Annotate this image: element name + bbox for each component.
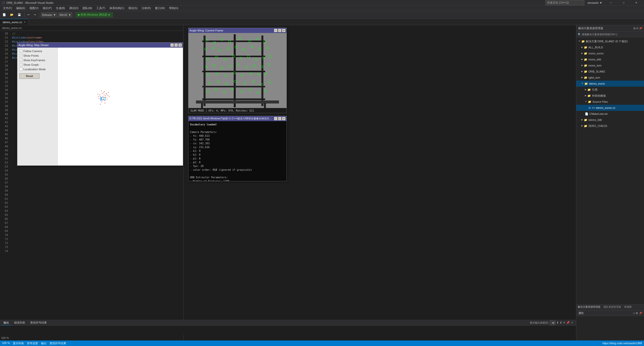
- toolbar: 📄 📂 💾 ↩ ↪ Release ▼ Win32 ▼ ▶ 本地 Windows…: [0, 11, 644, 19]
- output-source-select[interactable]: [550, 321, 555, 325]
- collapse-icon[interactable]: ⊟: [633, 27, 635, 30]
- localization-mode-row[interactable]: Localization Mode: [19, 68, 55, 71]
- menu-build[interactable]: 生成(B): [54, 6, 67, 11]
- output-btn-1[interactable]: ⬆: [556, 321, 559, 324]
- tree-item-mono-euroc[interactable]: ▶ 📁 mono_euroc: [576, 50, 644, 56]
- tree-item-stereo-euroc-cc[interactable]: ⊞ ++ stereo_euroc.cc: [576, 105, 644, 111]
- svg-rect-43: [264, 103, 266, 108]
- tree-item-references[interactable]: ▶ 📁 引用: [576, 87, 644, 93]
- svg-rect-37: [202, 56, 265, 57]
- platform-dropdown[interactable]: Win32 ▼: [58, 12, 72, 17]
- menu-team[interactable]: 团队(M): [80, 6, 94, 11]
- show-graph-row[interactable]: ✓ Show Graph: [19, 63, 55, 66]
- follow-camera-checkbox[interactable]: ✓: [19, 50, 22, 53]
- refresh-icon[interactable]: ↺: [636, 27, 638, 30]
- open-button[interactable]: 📂: [9, 12, 15, 18]
- tree-label: 外部依赖项: [592, 93, 606, 98]
- show-points-row[interactable]: ✓ Show Points: [19, 54, 55, 57]
- tree-item-rgbd-tum[interactable]: ▶ 📁 rgbd_tum: [576, 75, 644, 81]
- output-btn-3[interactable]: ✕: [563, 321, 565, 324]
- tree-item-stereo-euroc[interactable]: ▼ 📁 stereo_euroc: [576, 81, 644, 87]
- map-canvas[interactable]: [58, 48, 183, 165]
- tree-item-source-files[interactable]: ▼ 📁 Source Files: [576, 99, 644, 105]
- term-minimize-icon[interactable]: ─: [274, 117, 277, 120]
- localization-mode-checkbox[interactable]: [19, 68, 22, 71]
- show-graph-checkbox[interactable]: ✓: [19, 63, 22, 66]
- menu-view[interactable]: 视图(V): [27, 6, 41, 11]
- tree-item-solution[interactable]: ▼ 📁 解决方案'ORB_SLAM2' (9 个项目): [576, 38, 644, 44]
- save-button[interactable]: 💾: [16, 12, 23, 18]
- folder-icon: 📁: [584, 75, 587, 80]
- tab-stereo-euroc[interactable]: stereo_euroc.cc ✕: [0, 19, 28, 25]
- maximize-button[interactable]: □: [618, 0, 629, 6]
- build-config-dropdown[interactable]: Release ▼: [41, 12, 57, 17]
- props-btn-2[interactable]: ⚙: [636, 312, 638, 315]
- tree-item-zero-check[interactable]: ▶ 📁 ZERO_CHECK: [576, 123, 644, 129]
- solution-search-bar[interactable]: 🔍 搜索解决方案资源管理器(Ctrl+;): [576, 32, 644, 37]
- output-btn-4[interactable]: 📌: [566, 321, 570, 324]
- tree-item-mono-tum[interactable]: ▶ 📁 mono_tum: [576, 62, 644, 68]
- props-btn-3[interactable]: 📌: [639, 312, 642, 315]
- menu-test[interactable]: 测试(S): [126, 6, 140, 11]
- search-icon: 🔍: [578, 33, 581, 36]
- tab-class-view[interactable]: 类视图: [623, 305, 633, 310]
- expand-icon: ▶: [581, 69, 583, 74]
- close-button[interactable]: ✕: [630, 0, 642, 6]
- output-btn-2[interactable]: ⬇: [560, 321, 562, 324]
- cf-minimize-icon[interactable]: ─: [274, 29, 277, 32]
- props-btn-1[interactable]: □: [633, 312, 635, 315]
- tab-close-icon[interactable]: ✕: [24, 21, 26, 23]
- tree-label: 引用: [592, 87, 597, 92]
- current-frame-window[interactable]: Angle-Wing: Current Frame ─ □ ✕: [188, 28, 287, 113]
- show-points-checkbox[interactable]: ✓: [19, 54, 22, 57]
- undo-button[interactable]: ↩: [26, 12, 31, 18]
- minimize-button[interactable]: ─: [605, 0, 617, 6]
- terminal-window[interactable]: E:\TB-2021-Send\-Windows7\桌面\-C-C++\版试-U…: [188, 116, 287, 181]
- reset-button[interactable]: Reset: [19, 73, 39, 79]
- tree-item-allbuild[interactable]: ▶ 📁 ALL_BUILD: [576, 44, 644, 50]
- folder-icon: 📁: [584, 51, 587, 56]
- slam-visualization: [58, 48, 183, 165]
- status-bar: 100 % 显示列表 异常设置 输出 查找符号结果 https://blog.c…: [0, 340, 644, 346]
- show-points-label: Show Points: [23, 54, 39, 57]
- tab-solution-explorer[interactable]: 解决方案资源管理器: [576, 305, 602, 310]
- menu-file[interactable]: 文件(F): [1, 6, 14, 11]
- output-tab[interactable]: 输出: [1, 320, 12, 325]
- menu-edit[interactable]: 编辑(E): [14, 6, 27, 11]
- run-button[interactable]: ▶ 本地 Windows 调试器 ▼: [75, 12, 113, 18]
- tree-item-external-deps[interactable]: ▶ 📁 外部依赖项: [576, 93, 644, 99]
- close-icon[interactable]: ✕: [178, 43, 182, 47]
- menu-tools[interactable]: 工具(T): [94, 6, 107, 11]
- minimize-icon[interactable]: ─: [170, 43, 174, 47]
- search-box-titlebar[interactable]: 快速启动 (Ctrl+Q): [545, 0, 584, 5]
- menu-analyze[interactable]: 分析(R): [140, 6, 153, 11]
- error-list-tab[interactable]: 错误列表: [12, 320, 28, 325]
- cf-maximize-icon[interactable]: □: [278, 29, 281, 32]
- show-keyframes-row[interactable]: ✓ Show KeyFrames: [19, 59, 55, 62]
- term-close-icon[interactable]: ✕: [282, 117, 286, 120]
- tree-item-mono-kitti[interactable]: ▶ 📁 mono_kitti: [576, 56, 644, 62]
- term-maximize-icon[interactable]: □: [278, 117, 281, 120]
- show-keyframes-checkbox[interactable]: ✓: [19, 59, 22, 62]
- tree-item-stereo-kitti[interactable]: ▶ 📁 stereo_kitti: [576, 117, 644, 123]
- folder-icon: 📁: [584, 63, 587, 68]
- tree-item-cmakelists[interactable]: 📄 CMakeLists.txt: [576, 111, 644, 117]
- maximize-icon[interactable]: □: [174, 43, 178, 47]
- cf-close-icon[interactable]: ✕: [282, 29, 286, 32]
- menu-debug[interactable]: 调试(D): [67, 6, 80, 11]
- menu-project[interactable]: 项目(P): [41, 6, 54, 11]
- map-viewer-window[interactable]: Angle-Wing: Map Viewer ─ □ ✕ ✓ Follow Ca…: [17, 42, 183, 166]
- tab-team-explorer[interactable]: 团队资源管理器: [602, 305, 623, 310]
- find-results-tab[interactable]: 查找符号结果: [28, 320, 49, 325]
- tree-item-orb-slam2[interactable]: ▶ 📁 ORB_SLAM2: [576, 68, 644, 75]
- redo-button[interactable]: ↪: [32, 12, 37, 18]
- menu-arch[interactable]: 体系结构(C): [107, 6, 126, 11]
- menu-window[interactable]: 窗口(W): [153, 6, 167, 11]
- new-button[interactable]: 📄: [1, 12, 8, 18]
- svg-point-2: [105, 96, 106, 96]
- pin-icon[interactable]: 📌: [639, 27, 642, 30]
- svg-point-24: [108, 92, 109, 93]
- menu-help[interactable]: 帮助(H): [167, 6, 180, 11]
- follow-camera-row[interactable]: ✓ Follow Camera: [19, 50, 55, 53]
- output-btn-5[interactable]: ↗: [571, 321, 573, 324]
